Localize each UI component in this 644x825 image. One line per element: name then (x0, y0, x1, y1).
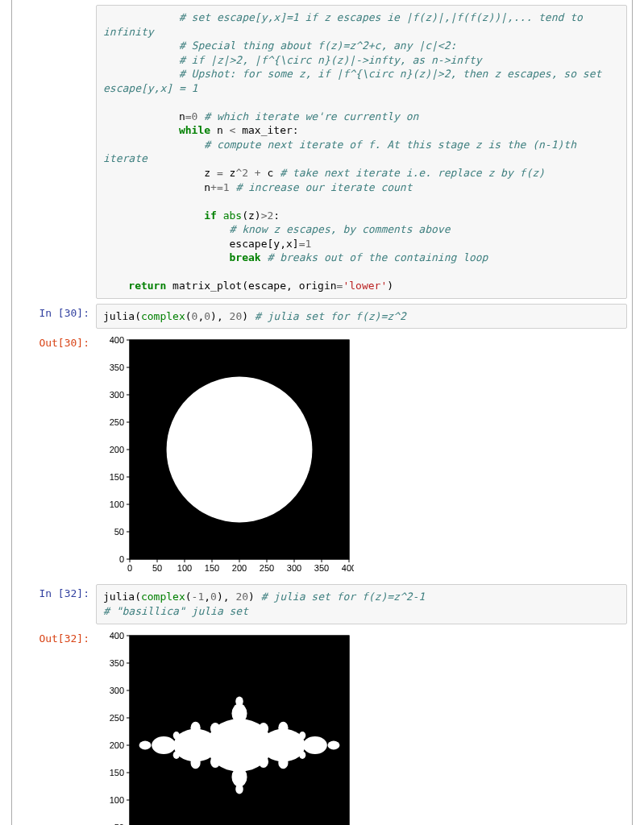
input-cell-30: In [30]: julia(complex(0,0), 20) # julia… (17, 304, 627, 330)
svg-text:100: 100 (110, 795, 124, 805)
svg-text:100: 100 (110, 500, 124, 509)
svg-text:100: 100 (177, 563, 192, 573)
svg-text:50: 50 (114, 823, 124, 825)
svg-text:250: 250 (110, 713, 124, 723)
svg-text:150: 150 (205, 563, 219, 573)
svg-point-54 (210, 755, 220, 767)
svg-text:150: 150 (110, 768, 124, 777)
svg-text:300: 300 (110, 390, 124, 400)
svg-point-44 (303, 736, 327, 754)
code-input-area[interactable]: julia(complex(-1,0), 20) # julia set for… (96, 584, 627, 624)
output-cell-32: Out[32]: 0501001502002503003504000501001… (17, 629, 627, 825)
svg-text:400: 400 (342, 563, 354, 573)
svg-text:200: 200 (232, 563, 247, 573)
code-block: julia(complex(0,0), 20) # julia set for … (103, 309, 620, 324)
input-prompt-30: In [30]: (17, 304, 96, 319)
svg-point-50 (190, 757, 200, 769)
svg-point-49 (190, 721, 200, 733)
svg-point-52 (278, 757, 288, 769)
notebook-container: # set escape[y,x]=1 if z escapes ie |f(z… (11, 0, 633, 825)
svg-text:200: 200 (110, 740, 124, 750)
code-input-area[interactable]: # set escape[y,x]=1 if z escapes ie |f(z… (96, 5, 627, 299)
code-block: # set escape[y,x]=1 if z escapes ie |f(z… (103, 10, 620, 293)
code-input-area[interactable]: julia(complex(0,0), 20) # julia set for … (96, 304, 627, 330)
svg-point-58 (235, 784, 243, 794)
svg-text:400: 400 (110, 335, 124, 345)
output-area: 0501001502002503003504000501001502002503… (96, 629, 627, 825)
svg-point-45 (139, 740, 152, 749)
page: # set escape[y,x]=1 if z escapes ie |f(z… (0, 0, 644, 825)
svg-point-59 (173, 732, 180, 740)
svg-point-51 (278, 721, 288, 733)
svg-text:50: 50 (114, 527, 124, 537)
output-prompt-30: Out[30]: (17, 334, 96, 349)
prompt-placeholder (17, 5, 96, 8)
output-prompt-32: Out[32]: (17, 629, 96, 645)
output-cell-30: Out[30]: 0501001502002503003504000501001… (17, 334, 627, 579)
svg-text:350: 350 (110, 363, 124, 372)
svg-point-60 (173, 751, 180, 759)
svg-point-62 (299, 751, 305, 759)
input-prompt-32: In [32]: (17, 584, 96, 599)
svg-text:150: 150 (110, 472, 124, 482)
svg-point-53 (210, 723, 220, 735)
svg-text:0: 0 (119, 554, 124, 564)
code-cell-fragment: # set escape[y,x]=1 if z escapes ie |f(z… (17, 5, 627, 299)
svg-text:300: 300 (110, 686, 124, 695)
svg-point-48 (231, 767, 247, 786)
svg-point-61 (299, 732, 305, 740)
svg-text:0: 0 (127, 563, 132, 573)
input-cell-32: In [32]: julia(complex(-1,0), 20) # juli… (17, 584, 627, 624)
svg-point-43 (152, 736, 176, 754)
svg-text:350: 350 (110, 658, 124, 668)
plot-julia-z2: 0501001502002503003504000501001502002503… (96, 335, 354, 577)
svg-point-56 (259, 755, 268, 767)
svg-point-1 (167, 377, 313, 523)
svg-text:300: 300 (287, 563, 301, 573)
svg-text:200: 200 (110, 445, 124, 454)
code-block: julia(complex(-1,0), 20) # julia set for… (103, 590, 620, 618)
svg-text:250: 250 (110, 417, 124, 427)
svg-text:350: 350 (314, 563, 329, 573)
svg-text:250: 250 (260, 563, 274, 573)
svg-point-55 (259, 723, 268, 735)
svg-text:50: 50 (152, 563, 162, 573)
svg-point-47 (231, 703, 247, 723)
svg-point-57 (235, 696, 243, 706)
svg-text:400: 400 (110, 631, 124, 641)
output-area: 0501001502002503003504000501001502002503… (96, 334, 627, 579)
plot-julia-basilica: 0501001502002503003504000501001502002503… (96, 631, 354, 825)
svg-point-46 (327, 740, 339, 749)
